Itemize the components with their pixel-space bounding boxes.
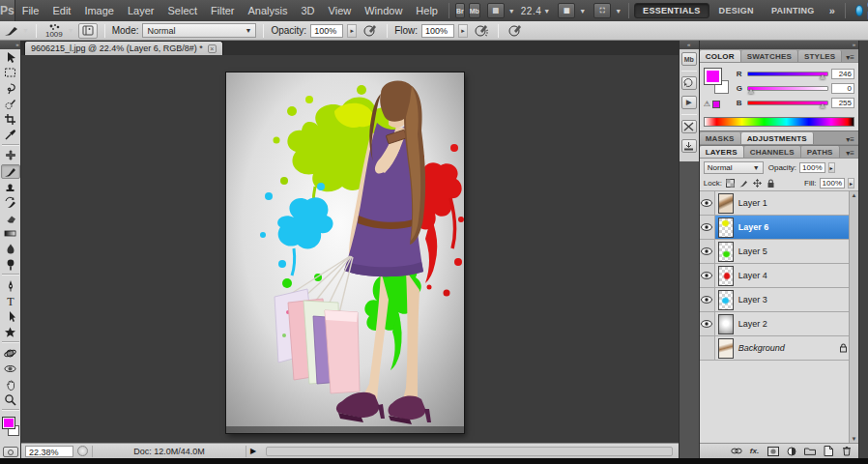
history-brush-tool[interactable] xyxy=(1,195,20,210)
blue-slider[interactable] xyxy=(747,101,828,105)
new-group-icon[interactable] xyxy=(803,446,816,457)
layer-row-layer-2[interactable]: Layer 2 xyxy=(700,312,858,336)
tab-color[interactable]: COLOR xyxy=(700,50,741,62)
brush-preset-picker[interactable]: 1009 ▼ xyxy=(43,23,74,39)
close-tab-icon[interactable]: × xyxy=(208,44,217,53)
workspace-design-button[interactable]: DESIGN xyxy=(711,4,762,17)
menu-select[interactable]: Select xyxy=(161,0,205,21)
workspace-painting-button[interactable]: PAINTING xyxy=(764,4,823,17)
workspace-overflow-button[interactable]: » xyxy=(825,5,840,16)
visibility-toggle[interactable] xyxy=(700,240,715,263)
tab-channels[interactable]: CHANNELS xyxy=(744,146,801,158)
layer-thumbnail[interactable] xyxy=(718,338,734,359)
lasso-tool[interactable] xyxy=(1,81,20,96)
panels-collapse[interactable]: » xyxy=(700,41,858,49)
screen-mode-dropdown[interactable]: ⛶ ▼ xyxy=(592,3,622,18)
zoom-level-dropdown[interactable]: 22.4 ▼ xyxy=(521,6,550,16)
layer-row-layer-5[interactable]: Layer 5 xyxy=(700,240,858,264)
tab-adjustments[interactable]: ADJUSTMENTS xyxy=(741,132,814,144)
layer-thumbnail[interactable] xyxy=(718,266,734,286)
3d-orbit-tool[interactable] xyxy=(1,362,20,376)
layer-styles-icon[interactable]: fx. xyxy=(748,446,761,457)
dodge-tool[interactable] xyxy=(1,257,20,272)
eraser-tool[interactable] xyxy=(1,211,20,225)
view-extras-dropdown[interactable]: ▤ ▼ xyxy=(485,3,515,18)
adjustment-layer-icon[interactable] xyxy=(785,446,797,457)
marquee-tool[interactable] xyxy=(1,66,20,80)
foreground-color-swatch[interactable] xyxy=(705,69,721,84)
delete-layer-icon[interactable] xyxy=(840,446,853,457)
layers-scrollbar[interactable]: ▲▼ xyxy=(849,191,858,443)
zoom-tool[interactable] xyxy=(1,392,20,407)
layer-name[interactable]: Background xyxy=(738,343,785,353)
custom-shape-tool[interactable] xyxy=(1,325,20,339)
layer-row-layer-1[interactable]: Layer 1 xyxy=(700,191,858,216)
flow-input[interactable]: 100% xyxy=(421,24,454,38)
opacity-spinner[interactable]: ▸ xyxy=(828,162,835,173)
slider-knob[interactable] xyxy=(820,103,825,108)
actions-panel-icon[interactable]: ▶ xyxy=(681,96,697,109)
status-menu-arrow[interactable]: ▶ xyxy=(246,447,260,455)
arrange-documents-dropdown[interactable]: ▦ ▼ xyxy=(556,3,586,18)
canvas-document[interactable] xyxy=(226,72,464,433)
menu-help[interactable]: Help xyxy=(409,0,445,21)
layer-name[interactable]: Layer 6 xyxy=(738,222,769,232)
eyedropper-tool[interactable] xyxy=(1,128,20,142)
history-panel-icon[interactable] xyxy=(681,76,697,90)
quick-selection-tool[interactable] xyxy=(1,97,20,111)
ps-logo[interactable]: Ps xyxy=(0,0,15,21)
dock-collapse[interactable]: « xyxy=(680,41,699,49)
toggle-brush-panel-button[interactable] xyxy=(78,23,98,39)
airbrush-button[interactable] xyxy=(472,23,491,39)
launch-mini-bridge-button[interactable]: Mb xyxy=(469,3,480,18)
panel-menu-icon[interactable]: ▾≡ xyxy=(842,149,858,158)
layer-thumbnail[interactable] xyxy=(718,290,734,310)
menu-window[interactable]: Window xyxy=(358,0,409,21)
slider-knob[interactable] xyxy=(748,89,754,94)
layer-name[interactable]: Layer 2 xyxy=(738,319,767,329)
tab-styles[interactable]: STYLES xyxy=(798,50,842,62)
workspace-essentials-button[interactable]: ESSENTIALS xyxy=(634,3,709,18)
tab-masks[interactable]: MASKS xyxy=(700,132,741,144)
layer-opacity-field[interactable]: 100% xyxy=(799,162,825,173)
launch-bridge-button[interactable]: Br xyxy=(455,3,465,18)
hand-tool[interactable] xyxy=(1,377,20,392)
scroll-down-icon[interactable]: ▼ xyxy=(852,436,857,442)
spot-healing-brush-tool[interactable] xyxy=(1,149,20,163)
tablet-size-button[interactable] xyxy=(506,23,525,39)
path-selection-tool[interactable] xyxy=(1,309,20,324)
slider-knob[interactable] xyxy=(820,74,825,79)
layer-name[interactable]: Layer 4 xyxy=(738,271,767,280)
lock-transparency-icon[interactable] xyxy=(725,178,736,188)
fill-spinner[interactable]: ▸ xyxy=(848,178,854,188)
layer-name[interactable]: Layer 3 xyxy=(738,295,767,304)
type-tool[interactable]: T xyxy=(1,294,20,308)
panel-menu-icon[interactable]: ▾≡ xyxy=(842,53,858,62)
add-layer-mask-icon[interactable] xyxy=(767,446,779,457)
blur-tool[interactable] xyxy=(1,242,20,256)
tool-presets-panel-icon[interactable] xyxy=(681,120,697,133)
clone-stamp-tool[interactable] xyxy=(1,180,20,194)
layer-fill-field[interactable]: 100% xyxy=(820,178,845,188)
foreground-color-swatch[interactable] xyxy=(2,417,15,429)
menu-filter[interactable]: Filter xyxy=(204,0,241,21)
tool-preset-picker[interactable]: ▼ xyxy=(4,24,29,37)
visibility-toggle[interactable] xyxy=(700,191,715,215)
green-value-field[interactable]: 0 xyxy=(831,83,854,94)
layer-thumbnail[interactable] xyxy=(718,218,734,238)
visibility-toggle[interactable] xyxy=(700,336,715,360)
tablet-opacity-button[interactable] xyxy=(361,23,380,39)
layer-name[interactable]: Layer 1 xyxy=(738,198,767,208)
color-spectrum-ramp[interactable] xyxy=(704,117,854,127)
canvas-viewport[interactable] xyxy=(21,55,679,443)
zoom-percent-field[interactable]: 22.38% xyxy=(25,446,73,457)
visibility-toggle[interactable] xyxy=(700,216,715,239)
pen-tool[interactable] xyxy=(1,278,20,293)
crop-tool[interactable] xyxy=(1,112,20,127)
quick-mask-button[interactable] xyxy=(3,447,18,457)
menu-image[interactable]: Image xyxy=(77,0,121,21)
gradient-tool[interactable] xyxy=(1,226,20,241)
layer-row-background[interactable]: Background xyxy=(700,336,858,361)
layer-row-layer-3[interactable]: Layer 3 xyxy=(700,288,858,312)
new-layer-icon[interactable] xyxy=(822,446,834,457)
